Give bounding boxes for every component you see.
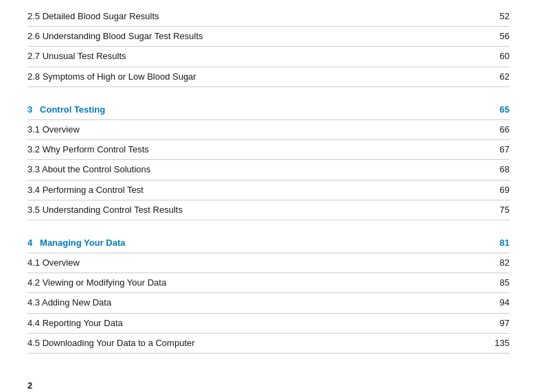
- section-header-title: 3 Control Testing: [27, 94, 482, 120]
- toc-item-page: 69: [482, 180, 510, 200]
- toc-row: 2.8 Symptoms of High or Low Blood Sugar …: [27, 67, 510, 87]
- page-container: 2.5 Detailed Blood Sugar Results 52 2.6 …: [0, 7, 537, 392]
- toc-row: 3.5 Understanding Control Test Results 7…: [27, 200, 510, 220]
- toc-row: 3.4 Performing a Control Test 69: [27, 180, 510, 200]
- toc-item-page: 67: [482, 140, 510, 160]
- toc-item-page: 60: [482, 47, 510, 67]
- toc-row: 4.3 Adding New Data 94: [27, 293, 510, 313]
- toc-item-page: 62: [482, 67, 510, 87]
- toc-row: 3.2 Why Perform Control Tests 67: [27, 140, 510, 160]
- toc-item-title: 4.4 Reporting Your Data: [27, 313, 482, 333]
- section-header-page: 65: [482, 94, 510, 120]
- toc-row: 3.1 Overview 66: [27, 119, 510, 139]
- toc-row: 4.1 Overview 82: [27, 253, 510, 273]
- toc-item-title: 3.5 Understanding Control Test Results: [27, 200, 482, 220]
- toc-item-page: 94: [482, 293, 510, 313]
- toc-item-title: 4.5 Downloading Your Data to a Computer: [27, 333, 482, 353]
- toc-row: 2.7 Unusual Test Results 60: [27, 47, 510, 67]
- toc-item-title: 2.5 Detailed Blood Sugar Results: [27, 7, 482, 27]
- toc-row: 4.4 Reporting Your Data 97: [27, 313, 510, 333]
- toc-item-title: 2.6 Understanding Blood Sugar Test Resul…: [27, 27, 482, 47]
- page-number: 2: [27, 380, 32, 391]
- toc-item-title: 4.2 Viewing or Modifying Your Data: [27, 273, 482, 293]
- toc-item-title: 3.2 Why Perform Control Tests: [27, 140, 482, 160]
- toc-table: 2.5 Detailed Blood Sugar Results 52 2.6 …: [27, 7, 510, 354]
- section-header-section4: 4 Managing Your Data 81: [27, 227, 510, 253]
- spacer-row: [27, 220, 510, 227]
- section-header-page: 81: [482, 227, 510, 253]
- spacer-row: [27, 87, 510, 94]
- toc-item-page: 85: [482, 273, 510, 293]
- toc-item-page: 56: [482, 27, 510, 47]
- toc-item-title: 3.3 About the Control Solutions: [27, 160, 482, 180]
- toc-item-page: 66: [482, 119, 510, 139]
- toc-row: 2.6 Understanding Blood Sugar Test Resul…: [27, 27, 510, 47]
- section-header-title: 4 Managing Your Data: [27, 227, 482, 253]
- toc-item-title: 2.8 Symptoms of High or Low Blood Sugar: [27, 67, 482, 87]
- section-header-section3: 3 Control Testing 65: [27, 94, 510, 120]
- toc-item-page: 135: [482, 333, 510, 353]
- toc-item-title: 4.3 Adding New Data: [27, 293, 482, 313]
- toc-item-title: 3.4 Performing a Control Test: [27, 180, 482, 200]
- toc-item-page: 52: [482, 7, 510, 27]
- toc-row: 4.5 Downloading Your Data to a Computer …: [27, 333, 510, 353]
- toc-item-title: 2.7 Unusual Test Results: [27, 47, 482, 67]
- toc-row: 3.3 About the Control Solutions 68: [27, 160, 510, 180]
- toc-item-page: 75: [482, 200, 510, 220]
- toc-item-page: 82: [482, 253, 510, 273]
- toc-item-title: 3.1 Overview: [27, 119, 482, 139]
- toc-item-page: 68: [482, 160, 510, 180]
- toc-row: 4.2 Viewing or Modifying Your Data 85: [27, 273, 510, 293]
- toc-item-title: 4.1 Overview: [27, 253, 482, 273]
- toc-item-page: 97: [482, 313, 510, 333]
- toc-row: 2.5 Detailed Blood Sugar Results 52: [27, 7, 510, 27]
